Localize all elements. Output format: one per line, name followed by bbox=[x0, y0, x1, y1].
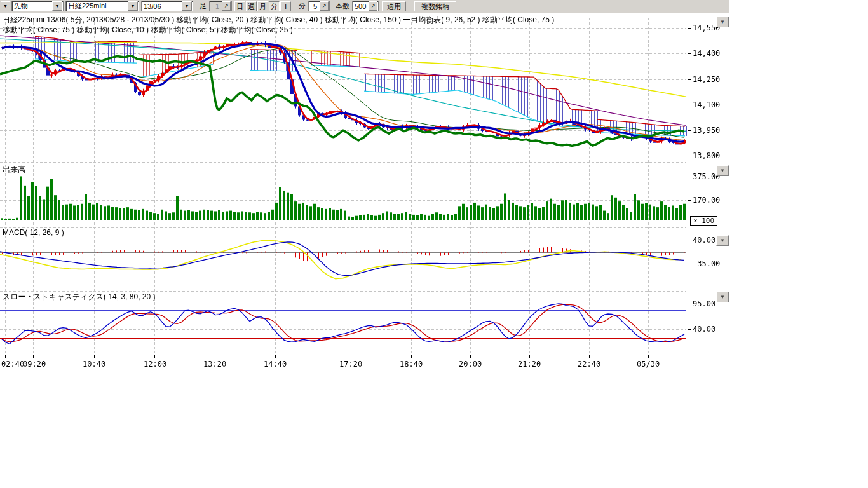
price-axis-label: 14,250 bbox=[693, 75, 720, 84]
price-panel-collapse-button[interactable]: ▼ bbox=[716, 17, 729, 27]
time-axis-label: 05/30 bbox=[637, 360, 660, 369]
time-axis-label: 18:40 bbox=[400, 360, 423, 369]
contract-select[interactable]: 13/06 ▼ bbox=[141, 1, 193, 11]
chevron-down-icon: ▼ bbox=[720, 19, 725, 25]
time-axis-label: 22:40 bbox=[578, 360, 600, 369]
volume-panel-collapse-button[interactable]: ▼ bbox=[716, 165, 729, 176]
time-axis-label: 20:00 bbox=[459, 360, 482, 369]
bar-interval-value: 1 bbox=[210, 3, 221, 10]
symbol-select[interactable]: 日経225mini ▼ bbox=[65, 1, 139, 11]
app-window: ▼ 先物 ▼ 日経225mini ▼ 13/06 ▼ 足 1 ↗ 日 週 月 分… bbox=[0, 0, 868, 488]
price-axis-label: 14,400 bbox=[693, 49, 720, 58]
time-axis-label: 13:20 bbox=[203, 360, 226, 369]
spinner-icon[interactable]: ↗ bbox=[369, 1, 377, 11]
bar-interval-spinner[interactable]: 1 ↗ bbox=[209, 1, 232, 11]
chart-canvas[interactable] bbox=[0, 0, 731, 381]
multi-symbol-button[interactable]: 複数銘柄 bbox=[414, 1, 456, 11]
macd-axis-label: -35.00 bbox=[693, 259, 720, 268]
macd-axis-label: 40.00 bbox=[693, 236, 715, 245]
toolbar-mini-dropdown[interactable]: ▼ bbox=[1, 1, 10, 11]
minute-spinner[interactable]: 5 ↗ bbox=[308, 1, 330, 11]
period-button-tick[interactable]: T bbox=[280, 1, 291, 11]
stoch-panel-label: スロー・ストキャスティクス( 14, 3, 80, 20 ) bbox=[3, 292, 155, 302]
bars-count-value: 500 bbox=[353, 3, 368, 10]
chevron-down-icon: ▼ bbox=[720, 168, 725, 173]
volume-axis-label: 170.00 bbox=[693, 196, 720, 205]
bars-count-spinner[interactable]: 500 ↗ bbox=[352, 1, 379, 11]
price-axis-label: 14,100 bbox=[693, 100, 720, 109]
stoch-axis-label: 95.00 bbox=[693, 299, 715, 308]
period-button-week[interactable]: 週 bbox=[246, 1, 257, 11]
chevron-down-icon: ▼ bbox=[3, 2, 8, 11]
price-axis-label: 13,800 bbox=[693, 151, 720, 160]
time-axis-label: 14:40 bbox=[264, 360, 287, 369]
minute-value: 5 bbox=[309, 3, 319, 10]
time-axis-label: 10:40 bbox=[83, 360, 105, 369]
bars-count-label: 本数 bbox=[333, 1, 352, 11]
period-button-month[interactable]: 月 bbox=[257, 1, 268, 11]
macd-panel-collapse-button[interactable]: ▼ bbox=[716, 235, 729, 246]
chevron-down-icon[interactable]: ▼ bbox=[182, 1, 192, 11]
chevron-down-icon[interactable]: ▼ bbox=[128, 1, 138, 11]
chevron-down-icon: ▼ bbox=[720, 294, 725, 300]
spinner-icon[interactable]: ↗ bbox=[320, 1, 329, 11]
market-select-value: 先物 bbox=[12, 1, 51, 11]
chevron-down-icon: ▼ bbox=[720, 238, 725, 243]
volume-panel-label: 出来高 bbox=[3, 165, 25, 175]
stoch-axis-label: 40.00 bbox=[693, 325, 715, 334]
contract-select-value: 13/06 bbox=[142, 3, 181, 10]
bar-type-label: 足 bbox=[197, 1, 209, 11]
spinner-icon[interactable]: ↗ bbox=[222, 1, 231, 11]
toolbar: ▼ 先物 ▼ 日経225mini ▼ 13/06 ▼ 足 1 ↗ 日 週 月 分… bbox=[0, 0, 729, 13]
macd-panel-label: MACD( 12, 26, 9 ) bbox=[3, 228, 64, 237]
time-axis-label: 17:20 bbox=[339, 360, 362, 369]
price-axis-label: 13,950 bbox=[693, 126, 720, 135]
period-button-minute[interactable]: 分 bbox=[269, 1, 280, 11]
indicator-header-line2: 移動平均( Close, 75 ) 移動平均( Close, 10 ) 移動平均… bbox=[3, 25, 293, 36]
symbol-select-value: 日経225mini bbox=[66, 1, 127, 11]
market-select[interactable]: 先物 ▼ bbox=[11, 1, 64, 11]
apply-button[interactable]: 適用 bbox=[382, 1, 406, 11]
minute-label: 分 bbox=[296, 1, 308, 11]
time-axis-label: 21:20 bbox=[518, 360, 541, 369]
chevron-down-icon[interactable]: ▼ bbox=[52, 1, 62, 11]
indicator-header-line1: 日経225mini 13/06( 5分, 2013/05/28 - 2013/0… bbox=[3, 15, 554, 25]
time-axis-label: 09:20 bbox=[23, 360, 46, 369]
volume-multiplier-box: × 100 bbox=[690, 216, 717, 226]
time-axis-label: 02:40 bbox=[1, 360, 24, 369]
time-axis-label: 12:00 bbox=[144, 360, 166, 369]
period-button-day[interactable]: 日 bbox=[234, 1, 245, 11]
stoch-panel-collapse-button[interactable]: ▼ bbox=[716, 292, 729, 302]
